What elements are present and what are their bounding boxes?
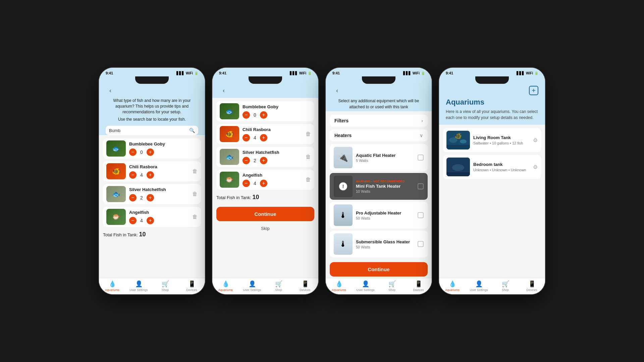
nav-shop-2[interactable]: 🛒 Shop	[265, 280, 292, 292]
increment-angel-1[interactable]: +	[147, 217, 154, 224]
nav-usersettings-3[interactable]: 👤 User Settings	[352, 280, 379, 292]
heaters-section-3[interactable]: Heaters ∨	[330, 129, 428, 141]
intro-text-3: Select any additional equipment which wi…	[332, 98, 425, 110]
fish-img-bumblebee-1: 🐟	[106, 140, 126, 157]
decrement-silver-2[interactable]: −	[243, 157, 250, 164]
devices-label-4: Devices	[526, 288, 537, 292]
devices-icon-1: 📱	[188, 280, 196, 288]
increment-chili-1[interactable]: +	[147, 171, 154, 179]
tank-gear-living[interactable]: ⚙	[533, 137, 538, 143]
skip-button-2[interactable]: Skip	[216, 225, 314, 232]
devices-icon-3: 📱	[415, 280, 422, 288]
tank-gear-bedroom[interactable]: ⚙	[533, 164, 538, 170]
delete-silver-2[interactable]: 🗑	[306, 154, 311, 160]
svg-rect-5	[446, 145, 470, 149]
fish-item-silver-2: 🐟 Silver Hatchetfish − 2 + 🗑	[216, 147, 314, 167]
heater-checkbox-submersible[interactable]	[418, 241, 424, 247]
nav-shop-1[interactable]: 🛒 Shop	[152, 280, 178, 292]
fish-img-angel-2: 🐡	[220, 172, 239, 188]
aquariums-icon-3: 💧	[335, 280, 343, 288]
decrement-silver-1[interactable]: −	[129, 194, 137, 201]
nav-aquariums-2[interactable]: 💧 Aquariums	[212, 280, 239, 292]
fish-img-silver-1: 🐟	[106, 186, 126, 202]
heater-checkbox-mini[interactable]	[418, 183, 424, 189]
heaters-title-3: Heaters	[334, 133, 352, 138]
nav-devices-3[interactable]: 📱 Devices	[405, 280, 432, 292]
heater-checkbox-pro[interactable]	[418, 212, 424, 218]
fish-img-chili-2: 🐠	[220, 126, 239, 142]
heater-item-2: ! WARNING - NOT RECOMMENDED Mini Fish Ta…	[330, 173, 428, 200]
back-button-1[interactable]: ‹	[106, 86, 115, 95]
tank-card-living[interactable]: 🐠 Living Room Tank Saltwater • 10 gallon…	[443, 128, 541, 152]
add-aquarium-button[interactable]: +	[529, 86, 538, 95]
increment-silver-2[interactable]: +	[260, 157, 267, 164]
increment-angel-2[interactable]: +	[260, 180, 267, 187]
delete-angel-1[interactable]: 🗑	[192, 214, 198, 220]
continue-button-2[interactable]: Continue	[216, 207, 314, 221]
usersettings-icon-4: 👤	[475, 280, 483, 288]
heater-checkbox-aquatic[interactable]	[418, 155, 424, 161]
nav-shop-3[interactable]: 🛒 Shop	[379, 280, 405, 292]
delete-chili-2[interactable]: 🗑	[306, 131, 311, 137]
decrement-chili-1[interactable]: −	[129, 171, 137, 179]
usersettings-label-2: User Settings	[243, 288, 261, 292]
nav-aquariums-4[interactable]: 💧 Aquariums	[439, 280, 466, 292]
usersettings-icon-1: 👤	[135, 280, 143, 288]
decrement-angel-1[interactable]: −	[129, 217, 137, 224]
wifi-icon-4: WiFi	[526, 71, 533, 75]
search-bar-1[interactable]: 🔍	[106, 126, 198, 135]
fish-name-bumblebee-2: Bumblebee Goby	[243, 104, 311, 109]
svg-text:🐠: 🐠	[454, 132, 462, 140]
tank-list-4: 🐠 Living Room Tank Saltwater • 10 gallon…	[439, 125, 545, 278]
tank-card-bedroom[interactable]: Bedroom tank Unknown • Unknown • Unknown…	[443, 155, 541, 179]
heater-img-submersible: 🌡	[334, 233, 353, 255]
status-icons-3: ▋▋▋ WiFi 🔋	[403, 71, 425, 75]
heater-name-mini: Mini Fish Tank Heater	[356, 184, 414, 189]
tank-img-bedroom	[446, 158, 470, 176]
fish-item-bumblebee-1: 🐟 Bumblebee Goby − 0 +	[103, 138, 201, 159]
nav-usersettings-4[interactable]: 👤 User Settings	[466, 280, 492, 292]
heater-watts-submersible: 50 Watts	[356, 245, 414, 249]
fish-item-angel-1: 🐡 Angelfish − 4 + 🗑	[103, 207, 201, 227]
search-input-1[interactable]	[109, 128, 187, 133]
heater-name-submersible: Submersible Glass Heater	[356, 239, 414, 244]
status-icons-2: ▋▋▋ WiFi 🔋	[290, 71, 312, 75]
nav-devices-1[interactable]: 📱 Devices	[178, 280, 205, 292]
decrement-bumblebee-2[interactable]: −	[243, 111, 250, 119]
nav-aquariums-1[interactable]: 💧 Aquariums	[99, 280, 125, 292]
back-button-3[interactable]: ‹	[332, 86, 342, 95]
time-4: 9:41	[446, 71, 453, 75]
increment-chili-2[interactable]: +	[260, 134, 267, 141]
nav-aquariums-3[interactable]: 💧 Aquariums	[326, 280, 352, 292]
nav-shop-4[interactable]: 🛒 Shop	[492, 280, 519, 292]
increment-bumblebee-1[interactable]: +	[147, 148, 154, 156]
delete-angel-2[interactable]: 🗑	[306, 177, 311, 183]
nav-devices-4[interactable]: 📱 Devices	[519, 280, 545, 292]
nav-usersettings-1[interactable]: 👤 User Settings	[125, 280, 152, 292]
heater-item-4: 🌡 Submersible Glass Heater 50 Watts	[330, 231, 428, 257]
delete-silver-1[interactable]: 🗑	[192, 191, 198, 197]
time-3: 9:41	[332, 71, 340, 75]
usersettings-icon-2: 👤	[249, 280, 256, 288]
heater-watts-aquatic: 5 Watts	[356, 159, 414, 163]
notch-1	[135, 76, 169, 84]
nav-usersettings-2[interactable]: 👤 User Settings	[239, 280, 265, 292]
devices-label-1: Devices	[186, 288, 197, 292]
increment-bumblebee-2[interactable]: +	[260, 111, 267, 119]
usersettings-icon-3: 👤	[362, 280, 369, 288]
back-button-2[interactable]: ‹	[219, 86, 228, 95]
decrement-angel-2[interactable]: −	[243, 180, 250, 187]
nav-devices-2[interactable]: 📱 Devices	[292, 280, 318, 292]
continue-button-3[interactable]: Continue	[330, 262, 428, 277]
signal-icon-2: ▋▋▋	[290, 71, 298, 75]
fish-item-chili-1: 🐠 Chili Rasbora − 4 + 🗑	[103, 161, 201, 181]
decrement-chili-2[interactable]: −	[243, 134, 250, 141]
bottom-nav-3: 💧 Aquariums 👤 User Settings 🛒 Shop 📱 Dev…	[326, 278, 432, 294]
search-hint-1: Use the search bar to locate your fish.	[106, 117, 198, 122]
usersettings-label-4: User Settings	[470, 288, 488, 292]
delete-chili-1[interactable]: 🗑	[192, 168, 198, 174]
increment-silver-1[interactable]: +	[147, 194, 154, 201]
filters-section-3[interactable]: Filters ›	[330, 115, 428, 127]
aquariums-page-title: Aquariums	[446, 98, 538, 107]
decrement-bumblebee-1[interactable]: −	[129, 148, 137, 156]
